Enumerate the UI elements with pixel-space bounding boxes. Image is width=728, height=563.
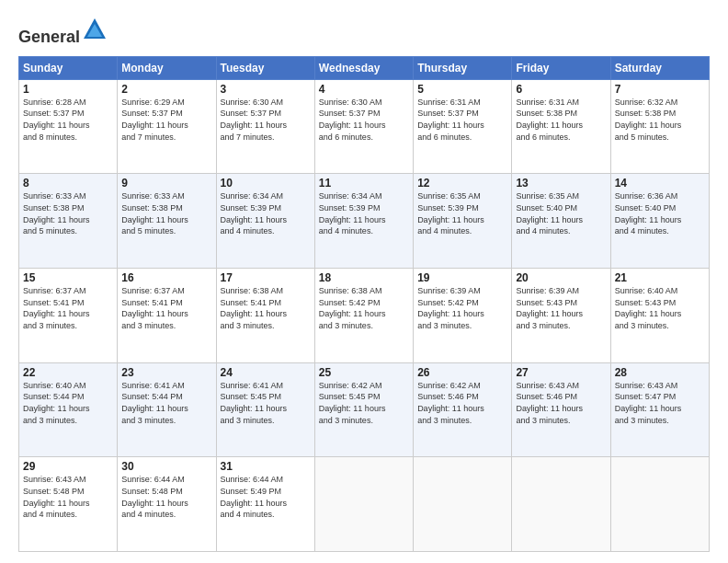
- day-detail: Sunrise: 6:28 AMSunset: 5:37 PMDaylight:…: [23, 97, 113, 143]
- calendar-cell: 24 Sunrise: 6:41 AMSunset: 5:45 PMDaylig…: [216, 362, 314, 457]
- weekday-tuesday: Tuesday: [216, 56, 314, 79]
- day-detail: Sunrise: 6:42 AMSunset: 5:46 PMDaylight:…: [417, 380, 507, 426]
- day-number: 8: [23, 177, 113, 190]
- day-number: 16: [121, 271, 211, 284]
- calendar-cell: 12 Sunrise: 6:35 AMSunset: 5:39 PMDaylig…: [414, 174, 512, 269]
- calendar-week-1: 1 Sunrise: 6:28 AMSunset: 5:37 PMDayligh…: [19, 79, 710, 174]
- day-detail: Sunrise: 6:38 AMSunset: 5:42 PMDaylight:…: [319, 285, 409, 331]
- calendar-cell: 23 Sunrise: 6:41 AMSunset: 5:44 PMDaylig…: [118, 362, 216, 457]
- day-detail: Sunrise: 6:40 AMSunset: 5:43 PMDaylight:…: [615, 285, 705, 331]
- calendar-cell: [512, 457, 610, 552]
- weekday-header-row: SundayMondayTuesdayWednesdayThursdayFrid…: [19, 56, 710, 79]
- calendar-cell: 5 Sunrise: 6:31 AMSunset: 5:37 PMDayligh…: [414, 79, 512, 174]
- calendar-cell: [414, 457, 512, 552]
- calendar-cell: 10 Sunrise: 6:34 AMSunset: 5:39 PMDaylig…: [216, 174, 314, 269]
- day-detail: Sunrise: 6:36 AMSunset: 5:40 PMDaylight:…: [615, 190, 705, 236]
- day-detail: Sunrise: 6:35 AMSunset: 5:39 PMDaylight:…: [417, 190, 507, 236]
- day-detail: Sunrise: 6:38 AMSunset: 5:41 PMDaylight:…: [221, 285, 311, 331]
- weekday-sunday: Sunday: [19, 56, 118, 79]
- day-number: 10: [221, 177, 311, 190]
- day-detail: Sunrise: 6:41 AMSunset: 5:45 PMDaylight:…: [221, 380, 311, 426]
- day-number: 17: [221, 271, 311, 284]
- calendar-cell: 29 Sunrise: 6:43 AMSunset: 5:48 PMDaylig…: [19, 457, 118, 552]
- day-number: 1: [23, 83, 113, 96]
- header: General: [18, 17, 710, 47]
- calendar-cell: 22 Sunrise: 6:40 AMSunset: 5:44 PMDaylig…: [19, 362, 118, 457]
- day-detail: Sunrise: 6:35 AMSunset: 5:40 PMDaylight:…: [516, 190, 606, 236]
- day-detail: Sunrise: 6:30 AMSunset: 5:37 PMDaylight:…: [221, 97, 311, 143]
- day-detail: Sunrise: 6:34 AMSunset: 5:39 PMDaylight:…: [221, 190, 311, 236]
- day-number: 21: [615, 271, 705, 284]
- day-number: 18: [319, 271, 409, 284]
- calendar-cell: 1 Sunrise: 6:28 AMSunset: 5:37 PMDayligh…: [19, 79, 118, 174]
- day-detail: Sunrise: 6:41 AMSunset: 5:44 PMDaylight:…: [121, 380, 211, 426]
- day-number: 11: [319, 177, 409, 190]
- day-detail: Sunrise: 6:31 AMSunset: 5:37 PMDaylight:…: [417, 97, 507, 143]
- calendar-week-4: 22 Sunrise: 6:40 AMSunset: 5:44 PMDaylig…: [19, 362, 710, 457]
- calendar-cell: [610, 457, 709, 552]
- calendar-cell: 14 Sunrise: 6:36 AMSunset: 5:40 PMDaylig…: [610, 174, 709, 269]
- weekday-monday: Monday: [118, 56, 216, 79]
- calendar-table: SundayMondayTuesdayWednesdayThursdayFrid…: [18, 56, 710, 552]
- day-detail: Sunrise: 6:31 AMSunset: 5:38 PMDaylight:…: [516, 97, 606, 143]
- day-number: 26: [417, 366, 507, 379]
- day-number: 29: [23, 460, 113, 473]
- weekday-friday: Friday: [512, 56, 610, 79]
- day-number: 30: [121, 460, 211, 473]
- day-number: 19: [417, 271, 507, 284]
- calendar-cell: 7 Sunrise: 6:32 AMSunset: 5:38 PMDayligh…: [610, 79, 709, 174]
- calendar-cell: [314, 457, 413, 552]
- day-detail: Sunrise: 6:39 AMSunset: 5:42 PMDaylight:…: [417, 285, 507, 331]
- day-number: 13: [516, 177, 606, 190]
- logo-general: General: [18, 28, 80, 46]
- weekday-saturday: Saturday: [610, 56, 709, 79]
- calendar-week-2: 8 Sunrise: 6:33 AMSunset: 5:38 PMDayligh…: [19, 174, 710, 269]
- calendar-week-3: 15 Sunrise: 6:37 AMSunset: 5:41 PMDaylig…: [19, 269, 710, 363]
- calendar-cell: 25 Sunrise: 6:42 AMSunset: 5:45 PMDaylig…: [314, 362, 413, 457]
- day-number: 6: [516, 83, 606, 96]
- day-number: 25: [319, 366, 409, 379]
- day-number: 12: [417, 177, 507, 190]
- calendar-cell: 6 Sunrise: 6:31 AMSunset: 5:38 PMDayligh…: [512, 79, 610, 174]
- day-number: 24: [221, 366, 311, 379]
- day-detail: Sunrise: 6:33 AMSunset: 5:38 PMDaylight:…: [23, 190, 113, 236]
- day-number: 4: [319, 83, 409, 96]
- day-detail: Sunrise: 6:43 AMSunset: 5:46 PMDaylight:…: [516, 380, 606, 426]
- calendar-cell: 27 Sunrise: 6:43 AMSunset: 5:46 PMDaylig…: [512, 362, 610, 457]
- day-detail: Sunrise: 6:32 AMSunset: 5:38 PMDaylight:…: [615, 97, 705, 143]
- logo: General: [18, 17, 108, 47]
- day-number: 22: [23, 366, 113, 379]
- day-number: 31: [221, 460, 311, 473]
- calendar-cell: 4 Sunrise: 6:30 AMSunset: 5:37 PMDayligh…: [314, 79, 413, 174]
- weekday-wednesday: Wednesday: [314, 56, 413, 79]
- calendar-cell: 16 Sunrise: 6:37 AMSunset: 5:41 PMDaylig…: [118, 269, 216, 363]
- page: General SundayMondayTuesdayWednesdayThur…: [0, 0, 728, 563]
- calendar-cell: 17 Sunrise: 6:38 AMSunset: 5:41 PMDaylig…: [216, 269, 314, 363]
- weekday-thursday: Thursday: [414, 56, 512, 79]
- calendar-cell: 9 Sunrise: 6:33 AMSunset: 5:38 PMDayligh…: [118, 174, 216, 269]
- day-detail: Sunrise: 6:37 AMSunset: 5:41 PMDaylight:…: [121, 285, 211, 331]
- calendar-cell: 15 Sunrise: 6:37 AMSunset: 5:41 PMDaylig…: [19, 269, 118, 363]
- day-detail: Sunrise: 6:43 AMSunset: 5:48 PMDaylight:…: [23, 474, 113, 520]
- day-number: 9: [121, 177, 211, 190]
- day-detail: Sunrise: 6:43 AMSunset: 5:47 PMDaylight:…: [615, 380, 705, 426]
- day-detail: Sunrise: 6:44 AMSunset: 5:48 PMDaylight:…: [121, 474, 211, 520]
- calendar-cell: 30 Sunrise: 6:44 AMSunset: 5:48 PMDaylig…: [118, 457, 216, 552]
- calendar-cell: 20 Sunrise: 6:39 AMSunset: 5:43 PMDaylig…: [512, 269, 610, 363]
- day-number: 20: [516, 271, 606, 284]
- day-number: 7: [615, 83, 705, 96]
- calendar-cell: 19 Sunrise: 6:39 AMSunset: 5:42 PMDaylig…: [414, 269, 512, 363]
- calendar-cell: 21 Sunrise: 6:40 AMSunset: 5:43 PMDaylig…: [610, 269, 709, 363]
- day-detail: Sunrise: 6:33 AMSunset: 5:38 PMDaylight:…: [121, 190, 211, 236]
- calendar-cell: 11 Sunrise: 6:34 AMSunset: 5:39 PMDaylig…: [314, 174, 413, 269]
- logo-icon: [82, 17, 108, 42]
- calendar-week-5: 29 Sunrise: 6:43 AMSunset: 5:48 PMDaylig…: [19, 457, 710, 552]
- day-number: 15: [23, 271, 113, 284]
- day-detail: Sunrise: 6:30 AMSunset: 5:37 PMDaylight:…: [319, 97, 409, 143]
- calendar-cell: 18 Sunrise: 6:38 AMSunset: 5:42 PMDaylig…: [314, 269, 413, 363]
- day-detail: Sunrise: 6:40 AMSunset: 5:44 PMDaylight:…: [23, 380, 113, 426]
- day-detail: Sunrise: 6:42 AMSunset: 5:45 PMDaylight:…: [319, 380, 409, 426]
- day-detail: Sunrise: 6:34 AMSunset: 5:39 PMDaylight:…: [319, 190, 409, 236]
- calendar-cell: 26 Sunrise: 6:42 AMSunset: 5:46 PMDaylig…: [414, 362, 512, 457]
- day-detail: Sunrise: 6:39 AMSunset: 5:43 PMDaylight:…: [516, 285, 606, 331]
